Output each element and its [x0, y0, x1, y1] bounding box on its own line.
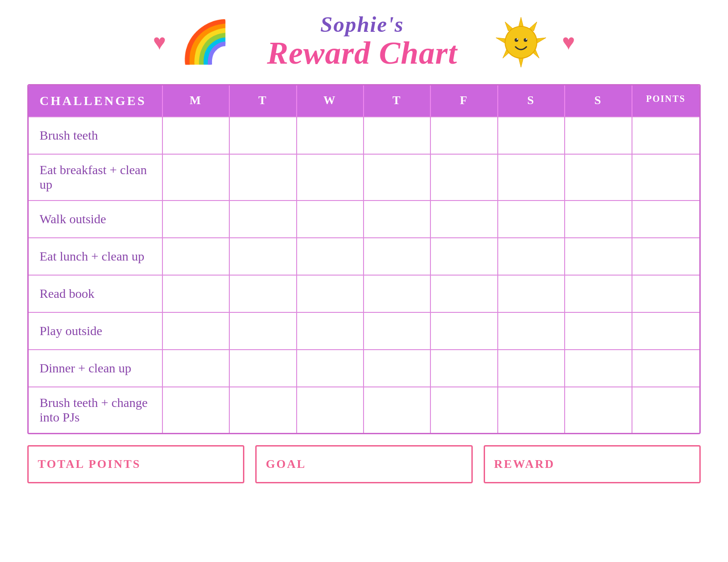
reward-box[interactable]: REWARD	[484, 445, 701, 483]
cell-r7-pts[interactable]	[632, 350, 699, 386]
cell-r7-tue[interactable]	[230, 350, 297, 386]
cell-r8-tue[interactable]	[230, 387, 297, 433]
cell-r7-fri[interactable]	[431, 350, 498, 386]
cell-r6-pts[interactable]	[632, 313, 699, 349]
cell-r3-fri[interactable]	[431, 201, 498, 237]
cell-r7-thu[interactable]	[364, 350, 431, 386]
task-brush-teeth: Brush teeth	[29, 117, 163, 154]
table-row: Brush teeth + change into PJs	[29, 386, 699, 433]
cell-r3-wed[interactable]	[297, 201, 364, 237]
cell-r8-fri[interactable]	[431, 387, 498, 433]
cell-r6-wed[interactable]	[297, 313, 364, 349]
cell-r7-sat[interactable]	[498, 350, 565, 386]
cell-r3-thu[interactable]	[364, 201, 431, 237]
cell-r5-pts[interactable]	[632, 276, 699, 312]
cell-r6-fri[interactable]	[431, 313, 498, 349]
table-row: Read book	[29, 275, 699, 312]
cell-r3-sat[interactable]	[498, 201, 565, 237]
cell-r5-sat[interactable]	[498, 276, 565, 312]
task-dinner-cleanup: Dinner + clean up	[29, 350, 163, 386]
cell-r5-mon[interactable]	[163, 276, 230, 312]
cell-r5-sun[interactable]	[565, 276, 632, 312]
cell-r5-tue[interactable]	[230, 276, 297, 312]
cell-r8-thu[interactable]	[364, 387, 431, 433]
task-read-book: Read book	[29, 276, 163, 312]
goal-box[interactable]: GOAL	[255, 445, 472, 483]
cell-r6-sat[interactable]	[498, 313, 565, 349]
cell-r1-tue[interactable]	[230, 117, 297, 154]
cell-r8-pts[interactable]	[632, 387, 699, 433]
cell-r5-fri[interactable]	[431, 276, 498, 312]
cell-r5-thu[interactable]	[364, 276, 431, 312]
table-row: Walk outside	[29, 200, 699, 237]
cell-r4-mon[interactable]	[163, 238, 230, 275]
cell-r1-mon[interactable]	[163, 117, 230, 154]
cell-r1-sun[interactable]	[565, 117, 632, 154]
cell-r2-wed[interactable]	[297, 155, 364, 200]
cell-r6-thu[interactable]	[364, 313, 431, 349]
cell-r4-thu[interactable]	[364, 238, 431, 275]
svg-point-11	[517, 38, 518, 40]
cell-r8-mon[interactable]	[163, 387, 230, 433]
cell-r7-mon[interactable]	[163, 350, 230, 386]
sophies-text: Sophie's	[320, 14, 404, 35]
cell-r2-fri[interactable]	[431, 155, 498, 200]
table-row: Play outside	[29, 312, 699, 349]
cell-r8-wed[interactable]	[297, 387, 364, 433]
table-row: Brush teeth	[29, 116, 699, 154]
bottom-section: TOTAL POINTS GOAL REWARD	[27, 445, 701, 483]
cell-r6-tue[interactable]	[230, 313, 297, 349]
table-header: CHALLENGES M T W T F S S POINTS	[29, 85, 699, 116]
cell-r4-sat[interactable]	[498, 238, 565, 275]
reward-label: REWARD	[494, 457, 555, 471]
cell-r4-sun[interactable]	[565, 238, 632, 275]
cell-r6-sun[interactable]	[565, 313, 632, 349]
cell-r1-wed[interactable]	[297, 117, 364, 154]
total-points-box[interactable]: TOTAL POINTS	[27, 445, 244, 483]
cell-r3-sun[interactable]	[565, 201, 632, 237]
page-header: ♥ 🌈 Sophie's Reward Chart	[27, 9, 701, 75]
cell-r3-pts[interactable]	[632, 201, 699, 237]
title-block: Sophie's Reward Chart	[267, 14, 458, 70]
friday-header: F	[431, 85, 498, 116]
wednesday-header: W	[297, 85, 364, 116]
cell-r2-pts[interactable]	[632, 155, 699, 200]
sunday-header: S	[565, 85, 632, 116]
cell-r3-tue[interactable]	[230, 201, 297, 237]
saturday-header: S	[498, 85, 565, 116]
thursday-header: T	[364, 85, 431, 116]
svg-marker-6	[496, 38, 505, 43]
table-row: Eat lunch + clean up	[29, 237, 699, 275]
task-walk-outside: Walk outside	[29, 201, 163, 237]
reward-chart-table: CHALLENGES M T W T F S S POINTS Brush te…	[27, 84, 701, 434]
cell-r1-pts[interactable]	[632, 117, 699, 154]
heart-right-icon: ♥	[562, 30, 575, 55]
cell-r5-wed[interactable]	[297, 276, 364, 312]
heart-left-icon: ♥	[153, 30, 166, 55]
cell-r4-wed[interactable]	[297, 238, 364, 275]
cell-r4-tue[interactable]	[230, 238, 297, 275]
cell-r1-fri[interactable]	[431, 117, 498, 154]
cell-r7-sun[interactable]	[565, 350, 632, 386]
cell-r1-sat[interactable]	[498, 117, 565, 154]
cell-r2-sun[interactable]	[565, 155, 632, 200]
rainbow-icon: 🌈	[180, 18, 231, 66]
cell-r2-mon[interactable]	[163, 155, 230, 200]
cell-r2-tue[interactable]	[230, 155, 297, 200]
table-row: Dinner + clean up	[29, 349, 699, 386]
cell-r4-pts[interactable]	[632, 238, 699, 275]
cell-r4-fri[interactable]	[431, 238, 498, 275]
task-brush-pjs: Brush teeth + change into PJs	[29, 387, 163, 433]
cell-r8-sat[interactable]	[498, 387, 565, 433]
cell-r2-sat[interactable]	[498, 155, 565, 200]
svg-marker-4	[519, 58, 523, 67]
points-header: POINTS	[632, 85, 699, 116]
cell-r7-wed[interactable]	[297, 350, 364, 386]
cell-r3-mon[interactable]	[163, 201, 230, 237]
cell-r2-thu[interactable]	[364, 155, 431, 200]
cell-r8-sun[interactable]	[565, 387, 632, 433]
cell-r1-thu[interactable]	[364, 117, 431, 154]
task-play-outside: Play outside	[29, 313, 163, 349]
task-eat-lunch: Eat lunch + clean up	[29, 238, 163, 275]
cell-r6-mon[interactable]	[163, 313, 230, 349]
